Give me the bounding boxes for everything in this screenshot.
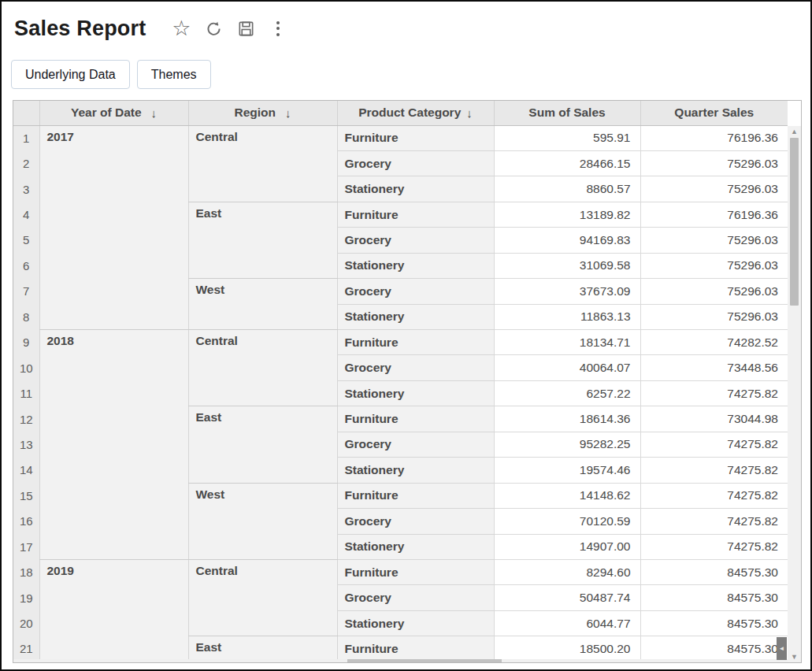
quarter-sales-cell[interactable]: 76196.36 (640, 125, 788, 150)
product-category-cell[interactable]: Grocery (337, 585, 494, 610)
themes-button[interactable]: Themes (137, 60, 211, 89)
quarter-sales-cell[interactable]: 74275.82 (640, 483, 788, 508)
product-category-cell[interactable]: Furniture (337, 483, 494, 508)
region-cell[interactable]: East (188, 406, 337, 483)
favorite-star-icon[interactable]: ☆ (171, 18, 191, 39)
product-category-cell[interactable]: Stationery (337, 534, 494, 559)
sum-of-sales-cell[interactable]: 70120.59 (494, 509, 640, 534)
row-number: 15 (13, 483, 39, 508)
horizontal-scrollbar-thumb[interactable] (347, 659, 502, 662)
product-category-cell[interactable]: Furniture (337, 406, 494, 432)
underlying-data-button[interactable]: Underlying Data (11, 60, 130, 89)
sum-of-sales-cell[interactable]: 37673.09 (494, 279, 640, 304)
sum-of-sales-cell[interactable]: 95282.25 (494, 432, 640, 457)
product-category-cell[interactable]: Furniture (337, 330, 494, 355)
save-icon[interactable] (235, 18, 256, 39)
refresh-icon[interactable] (203, 18, 224, 39)
year-cell[interactable]: 2019 (39, 559, 188, 662)
quarter-sales-cell[interactable]: 75296.03 (640, 304, 788, 329)
sort-desc-icon[interactable]: ↓ (151, 106, 158, 120)
sum-of-sales-cell[interactable]: 18134.71 (494, 330, 640, 355)
sum-of-sales-cell[interactable]: 18500.20 (494, 636, 640, 662)
sort-desc-icon[interactable]: ↓ (285, 106, 291, 120)
region-cell[interactable]: West (188, 483, 337, 559)
product-category-cell[interactable]: Stationery (337, 610, 494, 636)
sum-of-sales-cell[interactable]: 6257.22 (494, 380, 640, 406)
product-category-cell[interactable]: Stationery (337, 380, 494, 406)
column-header-year-of-date[interactable]: Year of Date↓ (39, 101, 188, 125)
quarter-sales-cell[interactable]: 84575.30 (640, 636, 788, 662)
product-category-cell[interactable]: Grocery (337, 509, 494, 534)
table-body: 12017CentralFurniture595.9176196.362Groc… (13, 125, 788, 662)
vertical-scrollbar[interactable]: ▲ ▼ (788, 126, 801, 662)
year-cell[interactable]: 2017 (39, 125, 188, 330)
region-cell[interactable]: East (188, 202, 337, 278)
quarter-sales-cell[interactable]: 84575.30 (640, 559, 788, 584)
quarter-sales-cell[interactable]: 84575.30 (640, 585, 788, 610)
quarter-sales-cell[interactable]: 74275.82 (640, 432, 788, 457)
quarter-sales-cell[interactable]: 74275.82 (640, 458, 788, 483)
sort-desc-icon[interactable]: ↓ (466, 106, 473, 120)
sum-of-sales-cell[interactable]: 40064.07 (494, 355, 640, 380)
region-cell[interactable]: Central (188, 559, 337, 636)
product-category-cell[interactable]: Stationery (337, 253, 494, 278)
product-category-cell[interactable]: Grocery (337, 150, 494, 176)
product-category-cell[interactable]: Stationery (337, 176, 494, 202)
sum-of-sales-cell[interactable]: 8294.60 (494, 559, 640, 584)
quarter-sales-cell[interactable]: 75296.03 (640, 176, 788, 202)
region-cell[interactable]: West (188, 279, 337, 330)
scroll-left-button[interactable]: ◄ (777, 637, 787, 660)
column-header-quarter-sales[interactable]: Quarter Sales (640, 101, 788, 125)
quarter-sales-cell[interactable]: 76196.36 (640, 202, 788, 227)
product-category-cell[interactable]: Furniture (337, 202, 494, 227)
sum-of-sales-cell[interactable]: 50487.74 (494, 585, 640, 610)
quarter-sales-cell[interactable]: 75296.03 (640, 150, 788, 176)
vertical-scrollbar-thumb[interactable] (790, 138, 799, 306)
quarter-sales-cell[interactable]: 73448.56 (640, 355, 788, 380)
sum-of-sales-cell[interactable]: 595.91 (494, 125, 640, 150)
product-category-cell[interactable]: Stationery (337, 458, 494, 483)
row-number: 6 (13, 253, 39, 278)
region-cell[interactable]: Central (188, 125, 337, 202)
region-cell[interactable]: Central (188, 330, 337, 406)
region-cell[interactable]: East (188, 636, 337, 662)
sum-of-sales-cell[interactable]: 19574.46 (494, 458, 640, 483)
quarter-sales-cell[interactable]: 73044.98 (640, 406, 788, 432)
product-category-cell[interactable]: Grocery (337, 355, 494, 380)
quarter-sales-cell[interactable]: 75296.03 (640, 253, 788, 278)
sum-of-sales-cell[interactable]: 14148.62 (494, 483, 640, 508)
product-category-cell[interactable]: Furniture (337, 125, 494, 150)
row-number: 10 (13, 355, 39, 380)
product-category-cell[interactable]: Grocery (337, 432, 494, 457)
more-options-kebab-icon[interactable] (268, 18, 288, 39)
quarter-sales-cell[interactable]: 75296.03 (640, 228, 788, 253)
sum-of-sales-cell[interactable]: 28466.15 (494, 150, 640, 176)
quarter-sales-cell[interactable]: 75296.03 (640, 279, 788, 304)
scroll-up-icon[interactable]: ▲ (788, 126, 801, 137)
quarter-sales-cell[interactable]: 74275.82 (640, 509, 788, 534)
column-header-sum-of-sales[interactable]: Sum of Sales (494, 101, 640, 125)
quarter-sales-cell[interactable]: 74282.52 (640, 330, 788, 355)
scroll-down-icon[interactable]: ▼ (788, 651, 801, 662)
year-cell[interactable]: 2018 (39, 330, 188, 560)
row-number: 18 (13, 559, 39, 584)
sum-of-sales-cell[interactable]: 6044.77 (494, 610, 640, 636)
quarter-sales-cell[interactable]: 84575.30 (640, 610, 788, 636)
sum-of-sales-cell[interactable]: 94169.83 (494, 228, 640, 253)
column-header-region[interactable]: Region↓ (188, 101, 337, 125)
sum-of-sales-cell[interactable]: 13189.82 (494, 202, 640, 227)
product-category-cell[interactable]: Furniture (337, 636, 494, 662)
product-category-cell[interactable]: Furniture (337, 559, 494, 584)
sum-of-sales-cell[interactable]: 14907.00 (494, 534, 640, 559)
product-category-cell[interactable]: Grocery (337, 279, 494, 304)
column-header-product-category[interactable]: Product Category↓ (337, 101, 494, 125)
sum-of-sales-cell[interactable]: 18614.36 (494, 406, 640, 432)
quarter-sales-cell[interactable]: 74275.82 (640, 534, 788, 559)
sum-of-sales-cell[interactable]: 31069.58 (494, 253, 640, 278)
horizontal-scrollbar[interactable] (13, 659, 788, 662)
sum-of-sales-cell[interactable]: 8860.57 (494, 176, 640, 202)
sum-of-sales-cell[interactable]: 11863.13 (494, 304, 640, 329)
quarter-sales-cell[interactable]: 74275.82 (640, 380, 788, 406)
product-category-cell[interactable]: Stationery (337, 304, 494, 329)
product-category-cell[interactable]: Grocery (337, 228, 494, 253)
